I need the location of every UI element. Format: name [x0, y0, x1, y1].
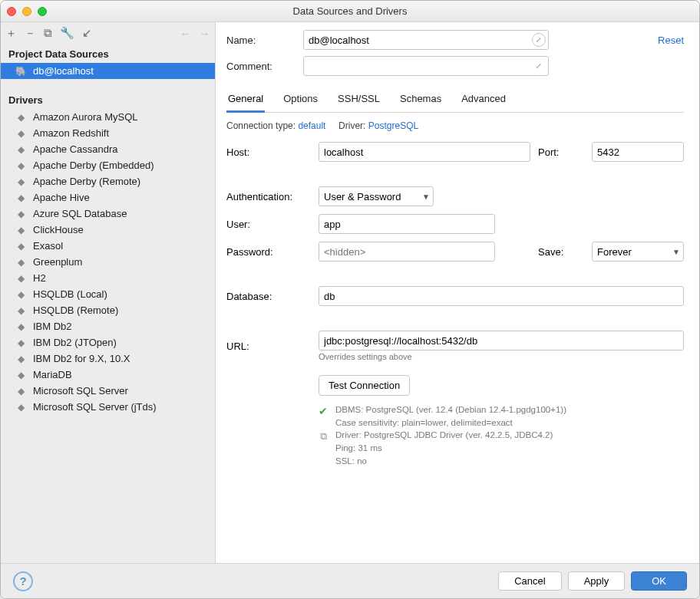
sidebar-item-label: IBM Db2 — [33, 321, 72, 332]
remove-icon[interactable]: － — [25, 26, 36, 41]
test-connection-button[interactable]: Test Connection — [319, 375, 410, 396]
sidebar-item-driver[interactable]: ◆HSQLDB (Remote) — [1, 302, 215, 318]
reset-link[interactable]: Reset — [658, 35, 684, 46]
driver-icon: ◆ — [15, 241, 27, 252]
driver-icon: ◆ — [15, 128, 27, 139]
driver-label: Driver: — [338, 120, 365, 131]
sidebar-item-label: HSQLDB (Local) — [33, 288, 107, 300]
driver-icon: ◆ — [15, 337, 27, 348]
dialog-window: Data Sources and Drivers ＋ － ⧉ 🔧 ↙ ← → P… — [0, 0, 700, 599]
close-icon[interactable] — [7, 7, 16, 16]
url-label: URL: — [226, 341, 311, 352]
auth-select[interactable]: User & Password ▼ — [319, 186, 434, 206]
sidebar-item-label: HSQLDB (Remote) — [33, 304, 118, 316]
sidebar-item-driver[interactable]: ◆IBM Db2 — [1, 318, 215, 334]
apply-button[interactable]: Apply — [568, 571, 626, 591]
save-label: Save: — [538, 246, 584, 258]
sidebar-item-driver[interactable]: ◆Apache Derby (Remote) — [1, 173, 215, 189]
sidebar-item-driver[interactable]: ◆H2 — [1, 270, 215, 286]
sidebar-item-label: Amazon Aurora MySQL — [33, 111, 138, 123]
sidebar-item-driver[interactable]: ◆IBM Db2 (JTOpen) — [1, 334, 215, 351]
driver-icon: ◆ — [15, 257, 27, 268]
status-line: SSL: no — [335, 455, 566, 468]
cancel-button[interactable]: Cancel — [498, 571, 561, 591]
database-input[interactable] — [319, 286, 684, 306]
url-helper: Overrides settings above — [319, 352, 684, 361]
driver-icon: ◆ — [15, 370, 27, 380]
sidebar-item-driver[interactable]: ◆HSQLDB (Local) — [1, 286, 215, 302]
sidebar-item-driver[interactable]: ◆Amazon Aurora MySQL — [1, 109, 215, 125]
port-input[interactable] — [592, 142, 684, 162]
copy-icon[interactable]: ⧉ — [44, 26, 52, 40]
sidebar-item-datasource[interactable]: 🐘db@localhost — [1, 63, 215, 79]
host-input[interactable] — [319, 142, 530, 162]
expand-name-icon[interactable]: ⤢ — [532, 33, 546, 47]
driver-icon: ◆ — [15, 209, 27, 219]
sidebar-item-label: Apache Derby (Embedded) — [33, 160, 154, 171]
main-panel: Name: ⤢ Reset Comment: ⤢ GeneralOptionsS… — [216, 22, 699, 563]
connection-type-value[interactable]: default — [298, 120, 325, 131]
sidebar-item-driver[interactable]: ◆IBM Db2 for 9.X, 10.X — [1, 351, 215, 367]
connection-status: ✔ ⧉ DBMS: PostgreSQL (ver. 12.4 (Debian … — [319, 403, 684, 467]
titlebar: Data Sources and Drivers — [1, 1, 699, 22]
sidebar-item-driver[interactable]: ◆Amazon Redshift — [1, 125, 215, 141]
sidebar-item-label: Greenplum — [33, 256, 82, 268]
user-input[interactable] — [319, 214, 495, 234]
driver-icon: ◆ — [15, 176, 27, 187]
import-icon[interactable]: ↙ — [82, 26, 92, 40]
back-icon[interactable]: ← — [180, 27, 191, 40]
tab-ssh-ssl[interactable]: SSH/SSL — [336, 88, 381, 112]
window-title: Data Sources and Drivers — [47, 5, 653, 17]
sidebar-item-label: MariaDB — [33, 369, 72, 380]
sidebar-item-driver[interactable]: ◆ClickHouse — [1, 222, 215, 238]
minimize-icon[interactable] — [22, 7, 31, 16]
tab-options[interactable]: Options — [282, 88, 319, 112]
sidebar-toolbar: ＋ － ⧉ 🔧 ↙ ← → — [1, 22, 215, 44]
expand-comment-icon[interactable]: ⤢ — [532, 59, 546, 73]
wrench-icon[interactable]: 🔧 — [60, 26, 74, 40]
sidebar-item-driver[interactable]: ◆MariaDB — [1, 367, 215, 383]
tab-schemas[interactable]: Schemas — [398, 88, 443, 112]
sidebar-item-driver[interactable]: ◆Microsoft SQL Server — [1, 383, 215, 399]
ok-button[interactable]: OK — [631, 571, 687, 591]
database-icon: 🐘 — [15, 66, 27, 77]
sidebar-item-label: Microsoft SQL Server (jTds) — [33, 401, 157, 413]
add-icon[interactable]: ＋ — [5, 26, 17, 41]
help-icon[interactable]: ? — [13, 571, 33, 591]
tab-general[interactable]: General — [226, 88, 265, 113]
chevron-down-icon: ▼ — [672, 248, 680, 256]
forward-icon[interactable]: → — [199, 27, 210, 40]
driver-icon: ◆ — [15, 160, 27, 171]
sidebar: ＋ － ⧉ 🔧 ↙ ← → Project Data Sources 🐘db@l… — [1, 22, 216, 563]
status-line: Driver: PostgreSQL JDBC Driver (ver. 42.… — [335, 429, 566, 442]
tab-advanced[interactable]: Advanced — [460, 88, 507, 112]
sidebar-item-label: Apache Derby (Remote) — [33, 176, 140, 187]
tabs: GeneralOptionsSSH/SSLSchemasAdvanced — [226, 88, 684, 113]
sidebar-item-driver[interactable]: ◆Microsoft SQL Server (jTds) — [1, 399, 215, 415]
drivers-title: Drivers — [1, 90, 215, 109]
save-select[interactable]: Forever ▼ — [592, 242, 684, 262]
sidebar-item-driver[interactable]: ◆Apache Hive — [1, 189, 215, 206]
copy-icon[interactable]: ⧉ — [320, 430, 327, 444]
sidebar-item-driver[interactable]: ◆Exasol — [1, 238, 215, 254]
comment-input[interactable] — [303, 56, 549, 76]
sidebar-item-driver[interactable]: ◆Apache Derby (Embedded) — [1, 157, 215, 173]
maximize-icon[interactable] — [38, 7, 47, 16]
sidebar-item-label: Amazon Redshift — [33, 127, 109, 139]
name-input[interactable] — [303, 30, 549, 50]
window-controls — [7, 7, 47, 16]
sidebar-item-label: Exasol — [33, 240, 63, 252]
sidebar-item-driver[interactable]: ◆Greenplum — [1, 254, 215, 270]
footer: ? Cancel Apply OK — [1, 563, 699, 598]
driver-icon: ◆ — [15, 193, 27, 203]
url-input[interactable] — [319, 331, 684, 351]
driver-value[interactable]: PostgreSQL — [368, 120, 418, 131]
sidebar-item-driver[interactable]: ◆Apache Cassandra — [1, 141, 215, 157]
name-label: Name: — [226, 35, 303, 46]
status-line: Ping: 31 ms — [335, 442, 566, 455]
driver-icon: ◆ — [15, 112, 27, 123]
connection-type-row: Connection type: default Driver: Postgre… — [226, 113, 684, 142]
sidebar-item-label: ClickHouse — [33, 224, 84, 235]
sidebar-item-driver[interactable]: ◆Azure SQL Database — [1, 206, 215, 222]
password-input[interactable] — [319, 242, 495, 262]
